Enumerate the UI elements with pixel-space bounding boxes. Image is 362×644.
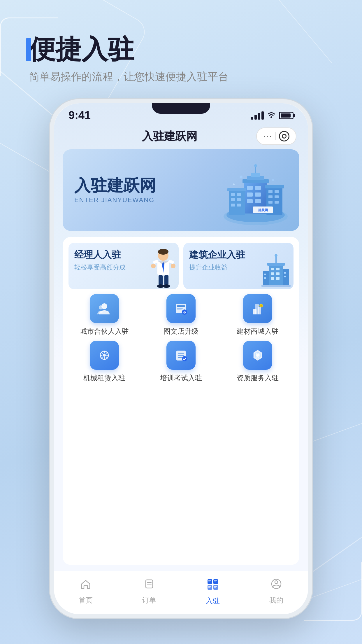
scan-icon [279,131,289,141]
svg-rect-50 [271,268,274,270]
machinery-label: 机械租赁入驻 [83,373,125,383]
hero-subtitle: ENTER JIANYUEWANG [74,196,156,204]
app-header: 入驻建跃网 ··· [54,125,308,149]
svg-point-80 [103,354,106,357]
svg-point-114 [275,581,278,584]
svg-line-87 [106,352,107,354]
top-cards: 经理人入驻 轻松享受高额分成 [68,243,294,289]
menu-dots-icon: ··· [263,132,273,141]
entry-icon [206,577,220,594]
hero-main-title: 入驻建跃网 [74,176,156,195]
tab-home[interactable]: 首页 [68,578,103,605]
svg-rect-27 [268,201,273,204]
svg-rect-54 [271,277,274,280]
machinery-item[interactable]: 机械租赁入驻 [68,341,140,383]
svg-rect-23 [268,190,273,193]
svg-rect-45 [159,275,163,286]
svg-rect-65 [261,285,291,287]
svg-rect-69 [177,305,185,307]
svg-rect-55 [276,277,280,280]
grid-section: 经理人入驻 轻松享受高额分成 [63,237,299,565]
city-partner-item[interactable]: 城市合伙人入驻 [68,294,140,336]
hero-banner: 入驻建跃网 ENTER JIANYUEWANG [63,149,299,231]
svg-rect-17 [231,198,235,201]
svg-point-67 [99,305,103,309]
hero-3d-illustration: 建跃网 [218,152,294,228]
svg-rect-18 [237,198,241,201]
materials-icon: ¥ [243,294,272,323]
svg-rect-46 [164,275,168,286]
svg-rect-29 [265,185,284,188]
training-item[interactable]: 培训考试入驻 [145,341,217,383]
status-time: 9:41 [68,109,91,122]
svg-rect-6 [255,186,261,190]
status-icons [251,111,294,120]
svg-point-58 [275,254,277,257]
svg-rect-64 [284,276,286,277]
svg-point-38 [158,249,168,255]
home-icon [79,578,92,593]
svg-rect-57 [275,256,277,263]
wifi-icon [267,111,276,120]
phone-notch [152,103,210,114]
manager-entry-card[interactable]: 经理人入驻 轻松享受高额分成 [68,243,179,289]
svg-rect-103 [208,585,212,590]
tab-order-label: 订单 [142,596,156,605]
svg-rect-8 [255,192,261,197]
svg-rect-26 [275,195,279,198]
svg-rect-25 [268,195,273,198]
tab-home-label: 首页 [79,596,93,605]
svg-text:¥: ¥ [260,305,262,307]
svg-point-93 [182,356,187,361]
svg-rect-70 [177,308,183,309]
svg-rect-102 [213,579,218,584]
svg-rect-19 [231,204,235,206]
svg-point-0 [270,116,272,118]
qualification-label: 资质服务入驻 [237,373,279,383]
header-menu-button[interactable]: ··· [256,127,296,145]
svg-rect-52 [271,272,274,275]
top-section: 便捷入驻 简单易操作的流程，让您快速便捷入驻平台 [29,35,333,84]
svg-rect-63 [284,272,286,274]
svg-rect-104 [213,585,218,590]
tab-entry-label: 入驻 [206,596,220,606]
tab-mine[interactable]: 我的 [259,578,294,605]
svg-rect-15 [231,193,235,196]
svg-rect-101 [208,579,212,584]
qualification-item[interactable]: 资质服务入驻 [222,341,294,383]
svg-rect-10 [255,199,261,203]
svg-point-33 [254,164,257,167]
page-title: 便捷入驻 [29,35,333,64]
svg-rect-61 [264,277,266,279]
svg-line-86 [106,357,107,358]
machinery-icon [90,341,119,370]
image-store-item[interactable]: ⚙ 图文店升级 [145,294,217,336]
divider [275,132,276,140]
svg-point-44 [171,264,175,268]
city-partner-icon [90,294,119,323]
svg-rect-51 [276,268,280,270]
tab-bar: 首页 订单 [54,571,308,614]
service-icon-grid: 城市合伙人入驻 ⚙ [68,294,294,383]
mine-icon [270,578,283,593]
svg-point-48 [163,284,170,288]
tab-entry[interactable]: 入驻 [195,577,230,606]
order-icon [143,578,156,593]
phone-frame: 9:41 [50,99,312,618]
svg-text:⚙: ⚙ [183,310,186,314]
svg-rect-21 [227,188,246,191]
phone-screen: 9:41 [54,103,308,614]
materials-item[interactable]: ¥ 建材商城入驻 [222,294,294,336]
svg-rect-42 [168,260,174,264]
svg-rect-53 [276,272,280,275]
svg-text:建跃网: 建跃网 [258,208,268,212]
company-entry-card[interactable]: 建筑企业入驻 提升企业收益 [183,243,294,289]
tab-order[interactable]: 订单 [132,578,167,605]
tab-mine-label: 我的 [269,596,283,605]
qualification-icon [243,341,272,370]
svg-rect-71 [177,309,182,310]
svg-rect-16 [237,193,241,196]
svg-rect-7 [247,192,253,197]
svg-point-43 [151,264,156,268]
materials-label: 建材商城入驻 [237,327,279,336]
